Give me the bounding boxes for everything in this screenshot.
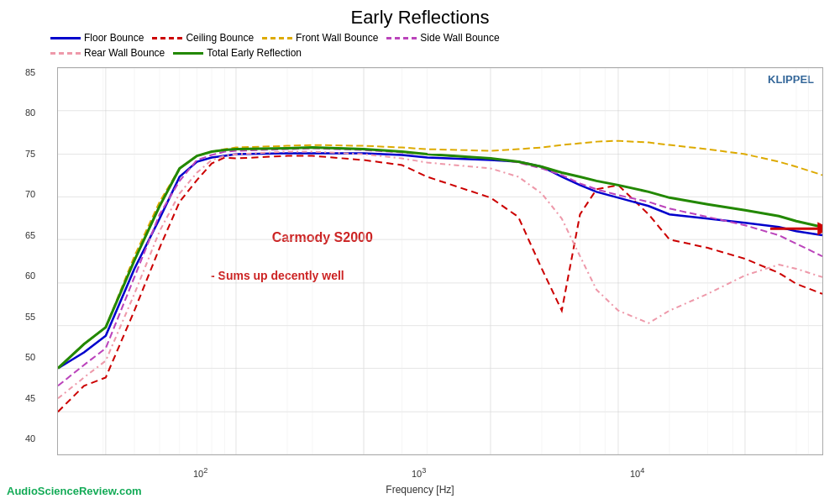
legend-total-early-label: Total Early Reflection xyxy=(207,47,302,59)
total-early-line-icon xyxy=(173,52,203,55)
legend-floor-bounce: Floor Bounce xyxy=(50,32,144,44)
x-tick-1000: 103 xyxy=(412,466,426,479)
y-tick-85: 85 xyxy=(25,67,35,77)
ceiling-bounce-line-icon xyxy=(152,37,182,39)
side-wall-line-icon xyxy=(386,37,417,39)
legend-rear-wall: Rear Wall Bounce xyxy=(50,47,165,59)
rear-wall-line-icon xyxy=(50,52,81,55)
floor-bounce-line-icon xyxy=(50,37,81,39)
chart-title: Early Reflections xyxy=(0,0,840,29)
legend-front-wall-label: Front Wall Bounce xyxy=(296,32,378,44)
legend-total-early: Total Early Reflection xyxy=(173,47,302,59)
y-tick-60: 60 xyxy=(25,270,35,281)
plot-area: KLIPPEL Carmody S2000 - Sums up decently… xyxy=(57,67,823,455)
y-tick-45: 45 xyxy=(25,393,35,403)
x-axis-label: Frequency [Hz] xyxy=(386,484,454,496)
x-tick-10000: 104 xyxy=(630,466,644,479)
legend-side-wall-label: Side Wall Bounce xyxy=(420,32,499,44)
front-wall-line-icon xyxy=(262,37,292,39)
legend-ceiling-bounce-label: Ceiling Bounce xyxy=(186,32,254,44)
legend-floor-bounce-label: Floor Bounce xyxy=(84,32,144,44)
y-tick-70: 70 xyxy=(25,189,35,199)
watermark: AudioScienceReview.com xyxy=(7,485,142,497)
y-tick-65: 65 xyxy=(25,230,35,240)
y-tick-80: 80 xyxy=(25,108,35,118)
legend-rear-wall-label: Rear Wall Bounce xyxy=(84,47,165,59)
legend-ceiling-bounce: Ceiling Bounce xyxy=(152,32,254,44)
legend-front-wall: Front Wall Bounce xyxy=(262,32,378,44)
y-tick-55: 55 xyxy=(25,312,35,322)
y-tick-75: 75 xyxy=(25,149,35,159)
y-tick-40: 40 xyxy=(25,433,35,444)
y-tick-50: 50 xyxy=(25,352,35,362)
svg-marker-39 xyxy=(818,223,822,234)
x-tick-100: 102 xyxy=(193,466,207,479)
chart-container: Early Reflections Floor Bounce Ceiling B… xyxy=(0,0,840,504)
legend: Floor Bounce Ceiling Bounce Front Wall B… xyxy=(0,29,840,62)
legend-side-wall: Side Wall Bounce xyxy=(386,32,499,44)
chart-svg xyxy=(58,68,822,454)
